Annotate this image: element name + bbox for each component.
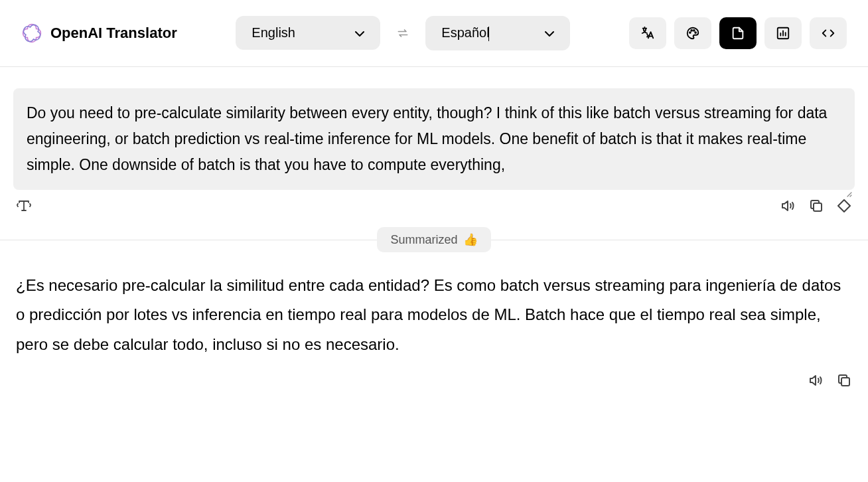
output-section: ¿Es necesario pre-calcular la similitud … <box>13 252 855 359</box>
app-title: OpenAI Translator <box>50 25 177 42</box>
thumbs-up-icon: 👍 <box>463 232 478 247</box>
content: Do you need to pre-calculate similarity … <box>0 67 868 388</box>
copy-icon[interactable] <box>836 372 852 388</box>
chart-mode-button[interactable] <box>764 17 802 49</box>
speaker-icon[interactable] <box>808 372 824 388</box>
divider-section: Summarized 👍 <box>13 227 855 252</box>
target-language-label: Español <box>441 25 489 41</box>
translated-text: ¿Es necesario pre-calcular la similitud … <box>16 271 852 359</box>
header: OpenAI Translator English Español <box>0 0 868 67</box>
speaker-icon[interactable] <box>780 198 796 214</box>
source-language-select[interactable]: English <box>236 16 380 50</box>
input-actions <box>13 190 855 222</box>
source-text: Do you need to pre-calculate similarity … <box>27 104 827 173</box>
target-language-select[interactable]: Español <box>425 16 570 50</box>
document-mode-button[interactable] <box>719 17 757 49</box>
language-selector-section: English Español <box>236 16 570 50</box>
resize-handle-icon[interactable] <box>844 179 852 187</box>
openai-logo-icon <box>21 23 42 44</box>
svg-point-3 <box>695 32 696 33</box>
svg-rect-6 <box>841 378 849 386</box>
source-text-input[interactable]: Do you need to pre-calculate similarity … <box>13 88 855 190</box>
toolbar <box>629 17 847 49</box>
svg-rect-5 <box>814 203 822 211</box>
chevron-down-icon <box>545 27 554 39</box>
source-language-label: English <box>252 25 295 40</box>
copy-icon[interactable] <box>808 198 824 214</box>
svg-point-1 <box>691 30 692 31</box>
code-mode-button[interactable] <box>810 17 847 49</box>
status-badge: Summarized 👍 <box>377 227 490 252</box>
badge-label: Summarized <box>390 233 457 247</box>
logo-section: OpenAI Translator <box>21 23 177 44</box>
swap-languages-icon[interactable] <box>396 27 409 40</box>
svg-point-2 <box>693 30 695 31</box>
svg-point-0 <box>689 32 691 33</box>
chevron-down-icon <box>355 27 364 39</box>
translate-mode-button[interactable] <box>629 17 666 49</box>
palette-button[interactable] <box>674 17 711 49</box>
erase-icon[interactable] <box>836 198 852 214</box>
output-actions <box>13 359 855 388</box>
text-format-icon[interactable] <box>16 198 32 214</box>
